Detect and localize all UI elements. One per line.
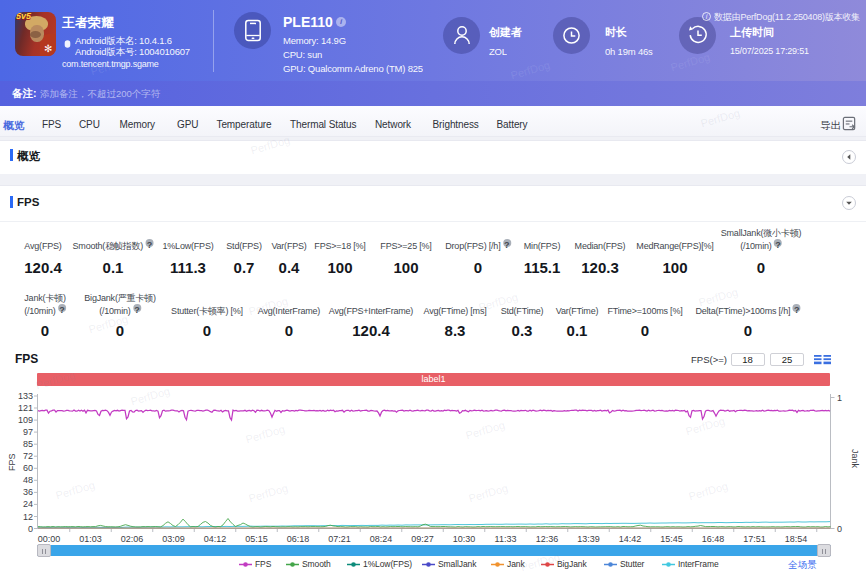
svg-text:60: 60 [23,463,33,473]
svg-text:36: 36 [23,487,33,497]
svg-text:07:21: 07:21 [328,534,351,544]
svg-text:121: 121 [18,403,33,413]
svg-text:72: 72 [23,451,33,461]
svg-text:08:24: 08:24 [370,534,393,544]
svg-text:11:33: 11:33 [495,534,517,544]
svg-text:15:45: 15:45 [660,534,683,544]
svg-text:24: 24 [23,499,33,509]
svg-text:01:03: 01:03 [79,534,102,544]
svg-text:04:12: 04:12 [204,534,227,544]
svg-text:0: 0 [28,524,33,534]
svg-text:18:54: 18:54 [785,534,808,544]
svg-text:12: 12 [23,512,33,522]
svg-text:109: 109 [18,415,33,425]
svg-text:00:00: 00:00 [38,534,61,544]
svg-text:10:30: 10:30 [453,534,476,544]
svg-text:06:18: 06:18 [287,534,310,544]
svg-text:133: 133 [18,391,33,401]
svg-text:13:39: 13:39 [577,534,600,544]
svg-text:97: 97 [23,427,33,437]
svg-text:14:42: 14:42 [619,534,642,544]
svg-text:17:51: 17:51 [743,534,766,544]
svg-text:03:09: 03:09 [162,534,185,544]
svg-text:85: 85 [23,439,33,449]
svg-text:09:27: 09:27 [411,534,434,544]
svg-text:02:06: 02:06 [121,534,144,544]
svg-text:48: 48 [23,475,33,485]
svg-text:12:36: 12:36 [536,534,559,544]
svg-text:05:15: 05:15 [245,534,268,544]
svg-text:0: 0 [837,524,842,534]
svg-text:1: 1 [837,393,842,403]
svg-text:16:48: 16:48 [702,534,725,544]
